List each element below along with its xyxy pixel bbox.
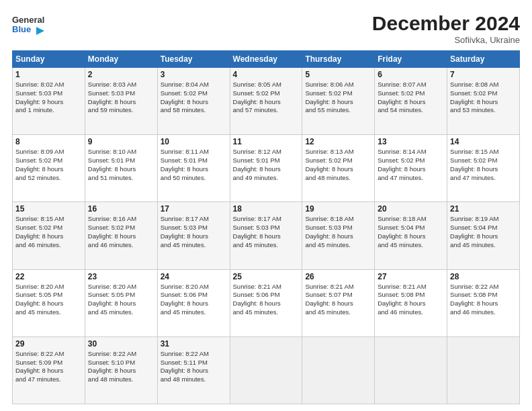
day-number: 2 [88, 70, 154, 79]
day-number: 11 [233, 137, 300, 146]
day-number: 23 [88, 272, 154, 281]
day-info: Sunrise: 8:12 AMSunset: 5:01 PMDaylight:… [233, 148, 300, 182]
table-cell: 21Sunrise: 8:19 AMSunset: 5:04 PMDayligh… [447, 202, 520, 269]
day-info: Sunrise: 8:17 AMSunset: 5:03 PMDaylight:… [233, 215, 300, 249]
col-sunday: Sunday [13, 51, 85, 68]
day-info: Sunrise: 8:22 AMSunset: 5:10 PMDaylight:… [88, 350, 154, 384]
day-info: Sunrise: 8:08 AMSunset: 5:02 PMDaylight:… [450, 81, 517, 115]
table-cell: 26Sunrise: 8:21 AMSunset: 5:07 PMDayligh… [302, 269, 375, 336]
day-info: Sunrise: 8:15 AMSunset: 5:02 PMDaylight:… [15, 215, 82, 249]
day-number: 25 [233, 272, 300, 281]
calendar-week-row: 8Sunrise: 8:09 AMSunset: 5:02 PMDaylight… [13, 135, 520, 202]
table-cell: 22Sunrise: 8:20 AMSunset: 5:05 PMDayligh… [13, 269, 85, 336]
day-number: 16 [88, 204, 154, 214]
day-info: Sunrise: 8:21 AMSunset: 5:07 PMDaylight:… [305, 283, 371, 317]
calendar-week-row: 15Sunrise: 8:15 AMSunset: 5:02 PMDayligh… [13, 202, 520, 269]
day-info: Sunrise: 8:05 AMSunset: 5:02 PMDaylight:… [233, 81, 300, 115]
header: General Blue December 2024 Sofiivka, Ukr… [12, 12, 520, 45]
table-cell: 2Sunrise: 8:03 AMSunset: 5:03 PMDaylight… [85, 68, 157, 135]
day-number: 28 [450, 272, 517, 281]
day-number: 30 [88, 339, 154, 349]
day-info: Sunrise: 8:18 AMSunset: 5:03 PMDaylight:… [305, 215, 371, 249]
svg-text:General: General [12, 15, 44, 25]
day-info: Sunrise: 8:02 AMSunset: 5:03 PMDaylight:… [15, 81, 82, 115]
day-number: 12 [305, 137, 371, 146]
day-info: Sunrise: 8:04 AMSunset: 5:02 PMDaylight:… [161, 81, 227, 115]
table-cell: 17Sunrise: 8:17 AMSunset: 5:03 PMDayligh… [157, 202, 230, 269]
day-info: Sunrise: 8:15 AMSunset: 5:02 PMDaylight:… [450, 148, 517, 182]
day-number: 7 [450, 70, 517, 79]
table-cell: 16Sunrise: 8:16 AMSunset: 5:02 PMDayligh… [85, 202, 157, 269]
day-number: 22 [15, 272, 82, 281]
day-number: 6 [378, 70, 444, 79]
table-cell [447, 336, 520, 404]
col-thursday: Thursday [302, 51, 375, 68]
day-info: Sunrise: 8:22 AMSunset: 5:08 PMDaylight:… [450, 283, 517, 317]
table-cell: 10Sunrise: 8:11 AMSunset: 5:01 PMDayligh… [157, 135, 230, 202]
table-cell: 31Sunrise: 8:22 AMSunset: 5:11 PMDayligh… [157, 336, 230, 404]
day-info: Sunrise: 8:22 AMSunset: 5:09 PMDaylight:… [15, 350, 82, 384]
table-cell: 29Sunrise: 8:22 AMSunset: 5:09 PMDayligh… [13, 336, 85, 404]
day-number: 21 [450, 204, 517, 214]
table-cell: 4Sunrise: 8:05 AMSunset: 5:02 PMDaylight… [230, 68, 302, 135]
col-monday: Monday [85, 51, 157, 68]
table-cell: 8Sunrise: 8:09 AMSunset: 5:02 PMDaylight… [13, 135, 85, 202]
calendar-table: Sunday Monday Tuesday Wednesday Thursday… [12, 50, 520, 404]
col-tuesday: Tuesday [157, 51, 230, 68]
table-cell: 12Sunrise: 8:13 AMSunset: 5:02 PMDayligh… [302, 135, 375, 202]
title-section: December 2024 Sofiivka, Ukraine [372, 12, 520, 45]
day-number: 13 [378, 137, 444, 146]
day-number: 9 [88, 137, 154, 146]
table-cell: 23Sunrise: 8:20 AMSunset: 5:05 PMDayligh… [85, 269, 157, 336]
calendar-week-row: 29Sunrise: 8:22 AMSunset: 5:09 PMDayligh… [13, 336, 520, 404]
day-info: Sunrise: 8:17 AMSunset: 5:03 PMDaylight:… [161, 215, 227, 249]
day-number: 17 [161, 204, 227, 214]
table-cell: 13Sunrise: 8:14 AMSunset: 5:02 PMDayligh… [375, 135, 447, 202]
day-info: Sunrise: 8:11 AMSunset: 5:01 PMDaylight:… [161, 148, 227, 182]
table-cell: 9Sunrise: 8:10 AMSunset: 5:01 PMDaylight… [85, 135, 157, 202]
day-number: 5 [305, 70, 371, 79]
day-number: 15 [15, 204, 82, 214]
month-title: December 2024 [372, 12, 520, 35]
day-info: Sunrise: 8:19 AMSunset: 5:04 PMDaylight:… [450, 215, 517, 249]
day-info: Sunrise: 8:21 AMSunset: 5:06 PMDaylight:… [233, 283, 300, 317]
day-info: Sunrise: 8:06 AMSunset: 5:02 PMDaylight:… [305, 81, 371, 115]
day-number: 8 [15, 137, 82, 146]
col-wednesday: Wednesday [230, 51, 302, 68]
calendar-week-row: 1Sunrise: 8:02 AMSunset: 5:03 PMDaylight… [13, 68, 520, 135]
day-number: 1 [15, 70, 82, 79]
day-info: Sunrise: 8:20 AMSunset: 5:05 PMDaylight:… [15, 283, 82, 317]
day-info: Sunrise: 8:07 AMSunset: 5:02 PMDaylight:… [378, 81, 444, 115]
day-info: Sunrise: 8:03 AMSunset: 5:03 PMDaylight:… [88, 81, 154, 115]
table-cell: 7Sunrise: 8:08 AMSunset: 5:02 PMDaylight… [447, 68, 520, 135]
day-number: 26 [305, 272, 371, 281]
table-cell: 24Sunrise: 8:20 AMSunset: 5:06 PMDayligh… [157, 269, 230, 336]
table-cell: 28Sunrise: 8:22 AMSunset: 5:08 PMDayligh… [447, 269, 520, 336]
col-saturday: Saturday [447, 51, 520, 68]
day-number: 18 [233, 204, 300, 214]
day-number: 3 [161, 70, 227, 79]
day-number: 27 [378, 272, 444, 281]
day-info: Sunrise: 8:10 AMSunset: 5:01 PMDaylight:… [88, 148, 154, 182]
day-number: 20 [378, 204, 444, 214]
table-cell: 5Sunrise: 8:06 AMSunset: 5:02 PMDaylight… [302, 68, 375, 135]
day-info: Sunrise: 8:20 AMSunset: 5:05 PMDaylight:… [88, 283, 154, 317]
day-number: 19 [305, 204, 371, 214]
day-info: Sunrise: 8:20 AMSunset: 5:06 PMDaylight:… [161, 283, 227, 317]
table-cell [230, 336, 302, 404]
table-cell: 25Sunrise: 8:21 AMSunset: 5:06 PMDayligh… [230, 269, 302, 336]
day-info: Sunrise: 8:18 AMSunset: 5:04 PMDaylight:… [378, 215, 444, 249]
calendar-week-row: 22Sunrise: 8:20 AMSunset: 5:05 PMDayligh… [13, 269, 520, 336]
table-cell: 15Sunrise: 8:15 AMSunset: 5:02 PMDayligh… [13, 202, 85, 269]
table-cell: 6Sunrise: 8:07 AMSunset: 5:02 PMDaylight… [375, 68, 447, 135]
day-number: 4 [233, 70, 300, 79]
table-cell: 30Sunrise: 8:22 AMSunset: 5:10 PMDayligh… [85, 336, 157, 404]
day-info: Sunrise: 8:13 AMSunset: 5:02 PMDaylight:… [305, 148, 371, 182]
day-number: 10 [161, 137, 227, 146]
table-cell [375, 336, 447, 404]
table-cell: 18Sunrise: 8:17 AMSunset: 5:03 PMDayligh… [230, 202, 302, 269]
day-number: 31 [161, 339, 227, 349]
table-cell: 27Sunrise: 8:21 AMSunset: 5:08 PMDayligh… [375, 269, 447, 336]
svg-text:Blue: Blue [12, 24, 31, 34]
table-cell: 19Sunrise: 8:18 AMSunset: 5:03 PMDayligh… [302, 202, 375, 269]
